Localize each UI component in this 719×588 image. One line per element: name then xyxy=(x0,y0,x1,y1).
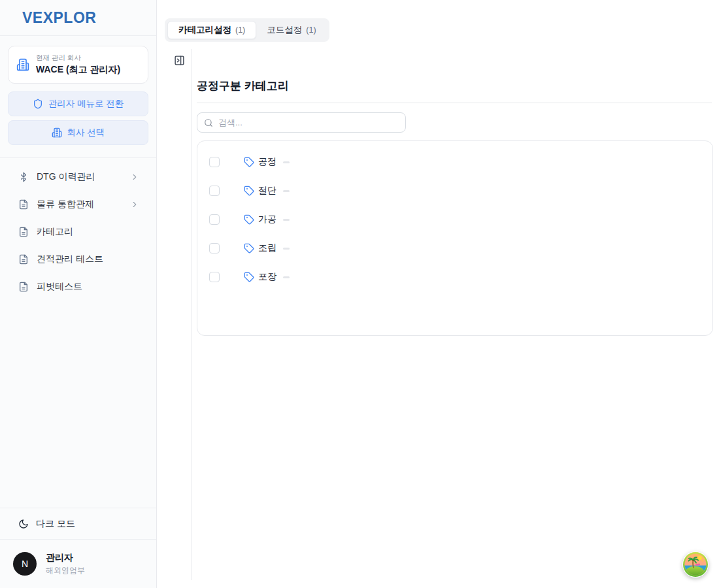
search-icon xyxy=(204,118,213,127)
category-list: 공정 절단 가공 조립 포장 xyxy=(197,140,713,336)
document-icon xyxy=(18,199,29,210)
sidebar: VEXPLOR 현재 관리 회사 WACE (최고 관리자) 관리자 메뉴로 전… xyxy=(0,0,157,588)
sidebar-spacer xyxy=(0,301,156,508)
document-icon xyxy=(18,254,29,265)
row-dash xyxy=(283,248,290,250)
island-widget-button[interactable] xyxy=(682,551,709,578)
category-row: 가공 xyxy=(197,205,712,234)
tab-label: 코드설정 xyxy=(267,24,302,36)
tag-icon xyxy=(244,243,254,253)
tab-label: 카테고리설정 xyxy=(178,24,231,36)
sidebar-menu-item[interactable]: 물류 통합관제 xyxy=(0,191,156,218)
select-company-label: 회사 선택 xyxy=(67,127,105,139)
chevron-right-icon xyxy=(130,200,139,209)
user-info: 관리자 해외영업부 xyxy=(46,552,85,576)
category-label: 공정 xyxy=(258,156,276,168)
panel-toggle-icon xyxy=(174,55,185,68)
user-department: 해외영업부 xyxy=(46,565,85,576)
search-box xyxy=(197,112,406,133)
title-divider xyxy=(197,103,712,103)
tag-icon xyxy=(244,186,254,196)
document-icon xyxy=(18,227,29,237)
dark-mode-toggle[interactable]: 다크 모드 xyxy=(0,508,156,539)
page-title: 공정구분 카테고리 xyxy=(197,78,289,93)
category-label: 포장 xyxy=(258,271,276,283)
tropical-island-icon xyxy=(682,551,709,578)
sidebar-menu: DTG 이력관리 물류 통합관제 카테고리 견적관리 테스트 피벗테스트 xyxy=(0,157,156,301)
tag-icon xyxy=(244,272,254,282)
dark-mode-label: 다크 모드 xyxy=(36,518,75,530)
document-icon xyxy=(18,282,29,292)
category-label: 절단 xyxy=(258,185,276,197)
vexplor-logo: VEXPLOR xyxy=(22,9,96,27)
switch-admin-menu-button[interactable]: 관리자 메뉴로 전환 xyxy=(8,91,148,116)
tab-category-settings[interactable]: 카테고리설정 (1) xyxy=(167,21,256,39)
shield-icon xyxy=(33,99,43,109)
sidebar-menu-item[interactable]: 피벗테스트 xyxy=(0,273,156,301)
chevron-right-icon xyxy=(130,172,139,182)
category-row: 조립 xyxy=(197,234,712,263)
sidebar-menu-item[interactable]: 견적관리 테스트 xyxy=(0,246,156,273)
row-dash xyxy=(283,161,290,163)
category-checkbox[interactable] xyxy=(209,214,220,225)
category-row: 절단 xyxy=(197,176,712,205)
switch-admin-menu-label: 관리자 메뉴로 전환 xyxy=(48,98,124,110)
tab-count: (1) xyxy=(235,25,245,35)
building-icon xyxy=(16,58,29,71)
row-dash xyxy=(283,219,290,221)
moon-icon xyxy=(18,519,29,529)
tab-bar: 카테고리설정 (1) 코드설정 (1) xyxy=(165,18,329,42)
category-label: 가공 xyxy=(258,214,276,225)
search-input[interactable] xyxy=(218,118,399,127)
category-row: 포장 xyxy=(197,263,712,291)
row-dash xyxy=(283,190,290,192)
bluetooth-icon xyxy=(18,172,29,182)
sidebar-menu-item-label: 견적관리 테스트 xyxy=(37,253,139,265)
category-checkbox[interactable] xyxy=(209,272,220,282)
category-checkbox[interactable] xyxy=(209,157,220,167)
sidebar-menu-item[interactable]: 카테고리 xyxy=(0,218,156,246)
tab-count: (1) xyxy=(306,25,316,35)
sidebar-menu-item-label: 카테고리 xyxy=(37,226,139,238)
avatar: N xyxy=(13,552,37,576)
tab-code-settings[interactable]: 코드설정 (1) xyxy=(256,21,326,39)
sidebar-menu-item-label: DTG 이력관리 xyxy=(37,171,122,183)
row-dash xyxy=(283,276,290,278)
category-row: 공정 xyxy=(197,148,712,176)
select-company-button[interactable]: 회사 선택 xyxy=(8,120,148,145)
sidebar-menu-item-label: 물류 통합관제 xyxy=(37,199,122,210)
company-card-name: WACE (최고 관리자) xyxy=(36,64,120,76)
tag-icon xyxy=(244,157,254,167)
building-icon xyxy=(52,127,62,138)
company-card: 현재 관리 회사 WACE (최고 관리자) xyxy=(8,46,148,84)
sidebar-header: VEXPLOR xyxy=(0,0,156,36)
sidebar-menu-item[interactable]: DTG 이력관리 xyxy=(0,163,156,191)
tag-icon xyxy=(244,214,254,225)
company-card-label: 현재 관리 회사 xyxy=(36,54,120,63)
category-checkbox[interactable] xyxy=(209,186,220,196)
category-checkbox[interactable] xyxy=(209,243,220,253)
user-profile[interactable]: N 관리자 해외영업부 xyxy=(0,539,156,588)
user-name: 관리자 xyxy=(46,552,85,564)
company-card-text: 현재 관리 회사 WACE (최고 관리자) xyxy=(36,54,120,76)
category-label: 조립 xyxy=(258,242,276,254)
content-panel: 공정구분 카테고리 공정 절단 가공 조 xyxy=(191,49,712,580)
sidebar-collapse-button[interactable] xyxy=(173,55,186,68)
sidebar-menu-item-label: 피벗테스트 xyxy=(37,281,139,293)
